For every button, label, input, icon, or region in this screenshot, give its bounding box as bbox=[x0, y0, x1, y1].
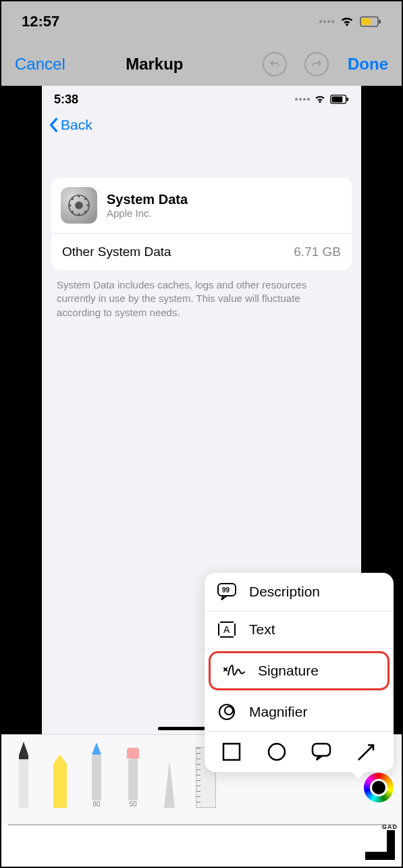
svg-point-12 bbox=[225, 707, 233, 715]
popup-description[interactable]: 99 Description bbox=[205, 573, 394, 611]
back-label: Back bbox=[61, 117, 92, 133]
signature-icon bbox=[223, 663, 246, 679]
popup-text[interactable]: A Text bbox=[205, 611, 394, 648]
popup-magnifier-label: Magnifier bbox=[249, 704, 307, 720]
settings-gear-icon bbox=[61, 187, 97, 224]
tool-pencil[interactable]: 80 bbox=[82, 740, 111, 808]
magnifier-icon bbox=[217, 703, 237, 721]
signal-dots-icon bbox=[319, 20, 334, 23]
chevron-left-icon bbox=[49, 118, 58, 132]
svg-text:A: A bbox=[223, 624, 230, 635]
inner-signal-icon bbox=[295, 98, 310, 101]
shape-speech-bubble[interactable] bbox=[311, 741, 332, 763]
popup-signature[interactable]: Signature bbox=[209, 651, 389, 690]
watermark: GAD bbox=[352, 823, 399, 864]
svg-point-14 bbox=[269, 744, 285, 760]
cancel-button[interactable]: Cancel bbox=[15, 55, 65, 74]
text-box-icon: A bbox=[217, 621, 237, 638]
card-subtitle: Apple Inc. bbox=[107, 207, 188, 219]
markup-title: Markup bbox=[59, 55, 250, 74]
svg-rect-1 bbox=[362, 18, 371, 25]
svg-rect-2 bbox=[379, 20, 381, 24]
inner-status-bar: 5:38 bbox=[42, 86, 361, 113]
outer-time: 12:57 bbox=[22, 13, 59, 30]
popup-description-label: Description bbox=[249, 584, 320, 600]
shape-circle[interactable] bbox=[266, 741, 288, 763]
add-tool-popup: 99 Description A Text Signature Magnifie… bbox=[205, 573, 394, 772]
tool-pen[interactable] bbox=[9, 740, 38, 808]
markup-header: Cancel Markup Done bbox=[1, 42, 402, 86]
svg-rect-13 bbox=[223, 744, 240, 760]
popup-shapes-row bbox=[205, 732, 394, 772]
outer-status-bar: 12:57 bbox=[1, 1, 402, 42]
inner-battery-icon bbox=[330, 95, 349, 104]
toolbar-divider bbox=[8, 824, 395, 825]
row-label: Other System Data bbox=[62, 245, 171, 259]
back-button: Back bbox=[49, 117, 354, 133]
outer-status-right bbox=[319, 16, 381, 28]
speech-bubble-icon: 99 bbox=[217, 582, 237, 601]
undo-button[interactable] bbox=[263, 52, 287, 76]
row-value: 6.71 GB bbox=[294, 245, 341, 259]
inner-wifi-icon bbox=[314, 95, 326, 104]
shape-arrow[interactable] bbox=[356, 741, 377, 763]
popup-signature-label: Signature bbox=[258, 663, 319, 679]
wifi-icon bbox=[340, 16, 354, 28]
color-picker[interactable] bbox=[364, 773, 394, 802]
svg-rect-4 bbox=[332, 97, 343, 103]
tool-highlighter[interactable] bbox=[46, 740, 74, 808]
shape-rectangle[interactable] bbox=[221, 741, 242, 763]
svg-rect-5 bbox=[347, 97, 349, 101]
tool-eraser[interactable]: 50 bbox=[119, 740, 147, 808]
svg-point-7 bbox=[76, 202, 82, 209]
inner-time: 5:38 bbox=[54, 93, 78, 107]
done-button[interactable]: Done bbox=[348, 55, 388, 74]
system-data-card: System Data Apple Inc. Other System Data… bbox=[51, 178, 352, 270]
popup-magnifier[interactable]: Magnifier bbox=[205, 693, 394, 732]
system-data-description: System Data includes caches, logs and ot… bbox=[42, 270, 361, 328]
tool-lasso[interactable] bbox=[155, 740, 184, 808]
redo-button[interactable] bbox=[304, 52, 329, 76]
other-system-data-row: Other System Data 6.71 GB bbox=[51, 233, 352, 270]
battery-icon bbox=[360, 16, 381, 27]
card-title: System Data bbox=[107, 192, 188, 207]
svg-text:99: 99 bbox=[222, 586, 230, 594]
svg-rect-15 bbox=[313, 744, 330, 756]
popup-text-label: Text bbox=[249, 621, 275, 638]
